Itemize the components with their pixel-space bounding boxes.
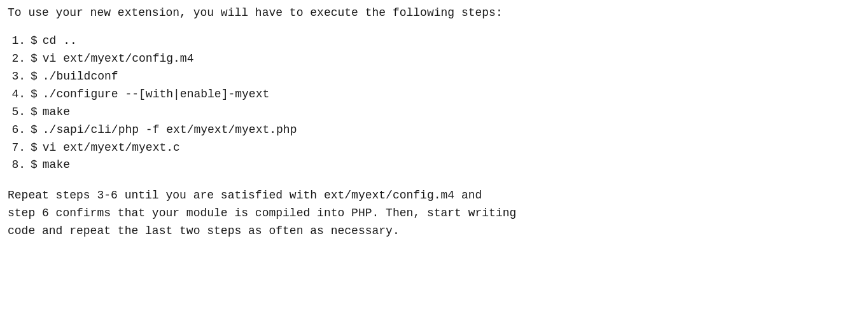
step-dollar: $ [31, 86, 38, 104]
step-dollar: $ [31, 156, 38, 174]
list-item: 6.$./sapi/cli/php -f ext/myext/myext.php [8, 121, 860, 139]
list-item: 7.$vi ext/myext/myext.c [8, 139, 860, 157]
step-number: 1. [8, 32, 25, 50]
step-number: 5. [8, 104, 25, 121]
step-dollar: $ [31, 68, 38, 86]
step-dollar: $ [31, 121, 38, 139]
step-command: cd .. [43, 32, 77, 50]
step-command: ./configure --[with|enable]-myext [43, 86, 269, 104]
summary-line-3: code and repeat the last two steps as of… [8, 223, 860, 240]
list-item: 5.$make [8, 104, 860, 121]
step-number: 4. [8, 86, 25, 104]
step-number: 8. [8, 156, 25, 174]
list-item: 4.$./configure --[with|enable]-myext [8, 86, 860, 104]
steps-list: 1.$cd ..2.$vi ext/myext/config.m43.$./bu… [8, 32, 860, 174]
step-dollar: $ [31, 50, 38, 68]
list-item: 1.$cd .. [8, 32, 860, 50]
step-number: 2. [8, 50, 25, 68]
step-number: 7. [8, 139, 25, 157]
summary-line-1: Repeat steps 3-6 until you are satisfied… [8, 187, 860, 205]
intro-text: To use your new extension, you will have… [8, 5, 860, 21]
step-number: 3. [8, 68, 25, 86]
main-content: To use your new extension, you will have… [8, 5, 860, 240]
step-command: vi ext/myext/myext.c [43, 139, 180, 157]
step-dollar: $ [31, 104, 38, 121]
summary-text: Repeat steps 3-6 until you are satisfied… [8, 187, 860, 240]
step-dollar: $ [31, 139, 38, 157]
step-number: 6. [8, 121, 25, 139]
step-command: make [43, 156, 70, 174]
list-item: 2.$vi ext/myext/config.m4 [8, 50, 860, 68]
list-item: 8.$make [8, 156, 860, 174]
step-command: make [43, 104, 70, 121]
step-dollar: $ [31, 32, 38, 50]
summary-line-2: step 6 confirms that your module is comp… [8, 205, 860, 223]
step-command: vi ext/myext/config.m4 [43, 50, 194, 68]
list-item: 3.$./buildconf [8, 68, 860, 86]
step-command: ./sapi/cli/php -f ext/myext/myext.php [43, 121, 297, 139]
step-command: ./buildconf [43, 68, 118, 86]
